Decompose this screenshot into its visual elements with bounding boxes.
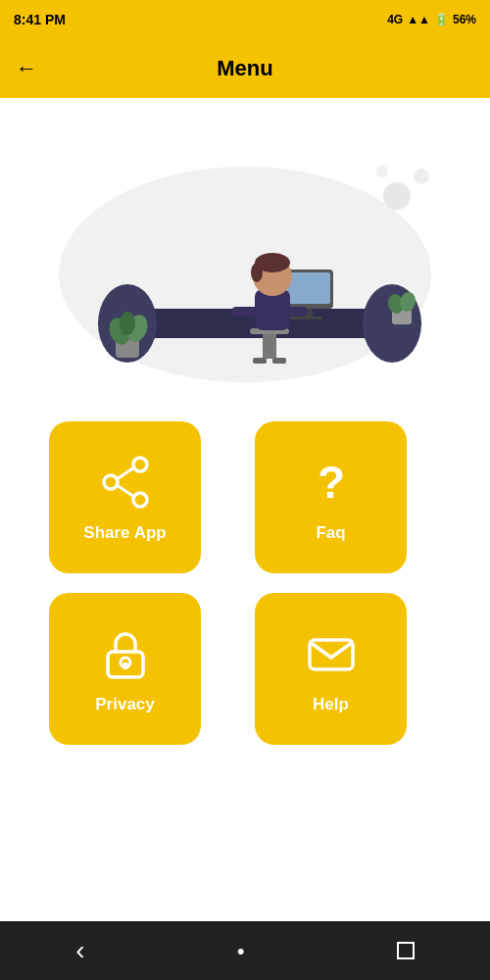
nav-bar: ‹ ● xyxy=(0,921,490,980)
mail-icon xyxy=(302,624,361,683)
status-bar: 8:41 PM 4G ▲▲ 🔋 56% xyxy=(0,0,490,39)
share-app-button[interactable]: Share App xyxy=(49,421,201,573)
nav-back-icon[interactable]: ‹ xyxy=(75,935,84,966)
svg-rect-20 xyxy=(253,358,267,364)
faq-button[interactable]: ? Faq xyxy=(255,421,407,573)
svg-rect-19 xyxy=(263,334,276,359)
svg-point-3 xyxy=(376,166,388,177)
back-button[interactable]: ← xyxy=(16,56,37,81)
menu-grid: Share App ? Faq Privacy xyxy=(0,421,490,745)
svg-text:?: ? xyxy=(317,457,344,508)
svg-point-25 xyxy=(251,263,263,282)
lock-icon xyxy=(96,624,155,683)
svg-point-2 xyxy=(414,169,429,184)
battery-percent: 56% xyxy=(453,13,476,26)
svg-rect-37 xyxy=(310,640,353,669)
svg-point-30 xyxy=(133,493,147,507)
status-time: 8:41 PM xyxy=(14,12,66,27)
svg-point-28 xyxy=(133,458,147,471)
svg-rect-36 xyxy=(122,662,127,669)
illustration-area xyxy=(0,98,490,412)
nav-square-icon[interactable] xyxy=(397,942,415,959)
status-icons: 4G ▲▲ 🔋 56% xyxy=(387,13,476,26)
share-app-label: Share App xyxy=(83,523,166,543)
svg-point-29 xyxy=(104,475,118,489)
privacy-label: Privacy xyxy=(95,695,155,714)
battery-icon: 🔋 xyxy=(434,13,449,26)
signal-icon: 4G xyxy=(387,13,403,26)
share-icon xyxy=(96,453,155,512)
page-title: Menu xyxy=(217,56,272,81)
privacy-button[interactable]: Privacy xyxy=(49,593,201,745)
svg-line-31 xyxy=(117,467,134,479)
header: ← Menu xyxy=(0,39,490,98)
nav-home-icon[interactable]: ● xyxy=(236,943,244,958)
svg-point-14 xyxy=(120,312,135,335)
faq-label: Faq xyxy=(316,523,345,543)
network-icon: ▲▲ xyxy=(407,13,430,26)
svg-point-1 xyxy=(383,182,411,210)
svg-rect-21 xyxy=(272,358,286,364)
svg-line-32 xyxy=(117,485,134,497)
svg-rect-27 xyxy=(265,307,308,317)
help-label: Help xyxy=(313,695,349,714)
illustration xyxy=(39,118,451,392)
help-button[interactable]: Help xyxy=(255,593,407,745)
svg-rect-10 xyxy=(287,317,322,319)
question-icon: ? xyxy=(302,453,361,512)
